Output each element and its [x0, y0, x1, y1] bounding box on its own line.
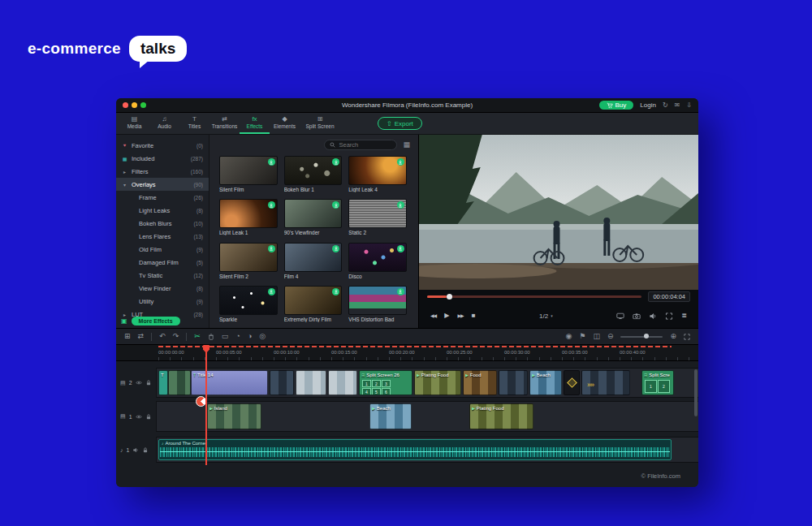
playback-speed-select[interactable]: 1/2▾: [539, 313, 553, 320]
effect-item[interactable]: Silent Film: [219, 156, 278, 193]
fullscreen-icon[interactable]: [665, 313, 673, 320]
tab-effects[interactable]: fxEffects: [240, 113, 270, 134]
download-icon[interactable]: [268, 245, 275, 252]
tab-elements[interactable]: ◆Elements: [270, 113, 300, 134]
vertical-scrollbar[interactable]: [694, 369, 698, 416]
sidebar-item-old-film[interactable]: Old Film(9): [116, 243, 209, 256]
close-window-button[interactable]: [123, 102, 128, 108]
effect-thumbnail[interactable]: [284, 199, 343, 228]
playhead[interactable]: [205, 345, 207, 465]
clip-video[interactable]: [328, 370, 357, 395]
redo-icon[interactable]: ↷: [173, 333, 179, 340]
effect-thumbnail[interactable]: [348, 286, 407, 315]
effect-thumbnail[interactable]: [284, 243, 343, 272]
motion-tracking-icon[interactable]: ◎: [259, 333, 266, 340]
effect-thumbnail[interactable]: [348, 243, 407, 272]
effect-item[interactable]: Sparkle: [219, 286, 278, 323]
delete-icon[interactable]: [208, 334, 214, 340]
zoom-in-icon[interactable]: ⊕: [670, 333, 676, 340]
tab-transitions[interactable]: ⇄Transitions: [209, 113, 240, 134]
seek-bar[interactable]: [427, 295, 641, 298]
clip-beach[interactable]: ▶Beach: [529, 370, 562, 395]
sync-icon[interactable]: ↻: [663, 102, 668, 109]
download-icon[interactable]: [268, 288, 275, 295]
view-mode-grid-icon[interactable]: ▦: [403, 140, 410, 149]
next-frame-button[interactable]: ▶▶: [457, 313, 463, 318]
download-icon[interactable]: [397, 245, 404, 252]
clip-beach-2[interactable]: ▶Beach: [369, 403, 412, 429]
effect-item[interactable]: Disco: [348, 243, 407, 280]
mail-icon[interactable]: ✉: [675, 102, 680, 109]
clip-video[interactable]: [270, 370, 294, 395]
download-tray-icon[interactable]: ⇩: [686, 102, 692, 109]
effect-item[interactable]: Extremely Dirty Film: [284, 286, 343, 323]
sidebar-item-damaged-film[interactable]: Damaged Film(5): [116, 256, 209, 269]
export-button[interactable]: ⇧Export: [378, 117, 422, 130]
effect-thumbnail[interactable]: [219, 199, 278, 228]
marker-flag-icon[interactable]: ⚑: [579, 333, 585, 340]
seek-handle[interactable]: [447, 294, 452, 300]
clip-title-small[interactable]: T: [158, 370, 168, 395]
minimize-window-button[interactable]: [132, 102, 137, 108]
sidebar-item-overlays[interactable]: ▾Overlays(90): [116, 178, 209, 191]
clip-plating-food[interactable]: ▶Plating Food: [414, 370, 461, 395]
sidebar-item-included[interactable]: ▦Included(287): [116, 152, 209, 165]
more-effects-button[interactable]: More Effects: [132, 317, 180, 326]
sidebar-item-favorite[interactable]: ♥Favorite(0): [116, 139, 209, 152]
eye-icon[interactable]: [136, 380, 142, 386]
sidebar-item-light-leaks[interactable]: Light Leaks(8): [116, 204, 209, 217]
sidebar-item-filters[interactable]: ▸Filters(160): [116, 165, 209, 178]
zoom-window-button[interactable]: [140, 102, 146, 108]
tab-media[interactable]: ▤Media: [119, 113, 149, 134]
record-voiceover-icon[interactable]: ◉: [565, 333, 572, 340]
effect-thumbnail[interactable]: [348, 199, 407, 228]
color-correction-icon[interactable]: ◑: [248, 333, 252, 340]
track-body[interactable]: ▶Island ▶Beach ▶Plating Food: [157, 401, 698, 432]
clip-food[interactable]: ▶Food: [463, 370, 497, 395]
clip-plating-food-2[interactable]: ▶Plating Food: [469, 403, 533, 429]
clip-audio-around-the-corner[interactable]: ♪Around The Corner: [158, 439, 672, 460]
tab-audio[interactable]: ♫Audio: [149, 113, 179, 134]
clip-split-screen-2[interactable]: ⊞Split Scre 1 2: [641, 370, 674, 395]
manage-tracks-icon[interactable]: ⊞: [124, 333, 131, 340]
buy-button[interactable]: Buy: [599, 101, 634, 110]
speaker-icon[interactable]: [132, 447, 139, 453]
effect-thumbnail[interactable]: [284, 156, 343, 185]
login-button[interactable]: Login: [640, 101, 656, 109]
sidebar-item-utility[interactable]: Utility(9): [116, 295, 209, 308]
display-device-icon[interactable]: [616, 313, 624, 320]
effect-thumbnail[interactable]: [219, 243, 278, 272]
effect-item[interactable]: Bokeh Blur 1: [284, 156, 343, 193]
previous-frame-button[interactable]: ◀◀: [430, 313, 436, 318]
zoom-out-icon[interactable]: ⊖: [607, 333, 614, 340]
download-icon[interactable]: [397, 201, 404, 209]
download-icon[interactable]: [332, 288, 339, 295]
effect-item[interactable]: Light Leak 1: [219, 199, 278, 236]
clip-video-speed[interactable]: »»: [581, 370, 630, 395]
effect-item[interactable]: Film 4: [284, 243, 343, 280]
download-icon[interactable]: [397, 158, 404, 166]
undo-icon[interactable]: ↶: [159, 333, 166, 340]
eye-icon[interactable]: [136, 414, 142, 420]
search-input[interactable]: [339, 141, 391, 149]
split-scissors-icon[interactable]: ✂: [194, 333, 201, 340]
effect-thumbnail[interactable]: [219, 156, 278, 185]
effect-item[interactable]: Static 2: [348, 199, 407, 236]
download-icon[interactable]: [332, 201, 339, 209]
workspace-layout-icon[interactable]: ≣: [681, 313, 687, 319]
tab-titles[interactable]: TTitles: [179, 113, 209, 134]
effect-thumbnail[interactable]: [284, 286, 343, 315]
effect-item[interactable]: Silent Film 2: [219, 243, 278, 280]
download-icon[interactable]: [397, 288, 404, 295]
download-icon[interactable]: [332, 158, 339, 166]
effect-item[interactable]: VHS Distortion Bad: [348, 286, 407, 323]
download-icon[interactable]: [268, 158, 275, 166]
clip-split-screen-26[interactable]: ⊞Split Screen 26 1 2 3 4 5 6: [359, 370, 412, 395]
clip-title-14[interactable]: TTitle 14: [191, 370, 268, 395]
effect-item[interactable]: 90's Viewfinder: [284, 199, 343, 236]
preview-volume-icon[interactable]: [649, 313, 657, 320]
zoom-slider-handle[interactable]: [644, 334, 649, 338]
audio-mixer-icon[interactable]: ⇄: [138, 333, 145, 340]
crop-icon[interactable]: ▭: [222, 333, 229, 340]
lock-icon[interactable]: [145, 414, 152, 420]
